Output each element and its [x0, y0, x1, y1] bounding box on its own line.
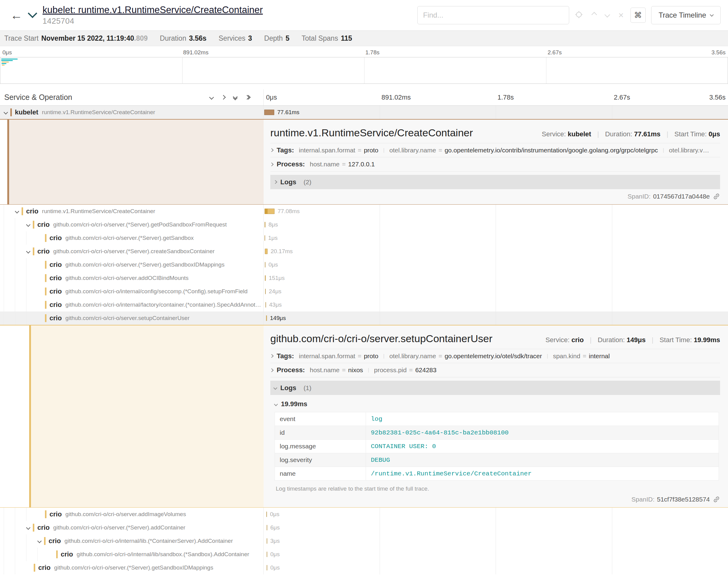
span-bar[interactable] — [265, 275, 266, 281]
span-row[interactable]: criogithub.com/cri-o/cri-o/server.(*Serv… — [0, 521, 728, 534]
span-row[interactable]: criogithub.com/cri-o/cri-o/server.addOCI… — [0, 271, 728, 285]
clear-search-icon[interactable]: × — [618, 11, 624, 20]
expand-all-icon[interactable] — [245, 96, 250, 99]
span-row[interactable]: criogithub.com/cri-o/cri-o/server.(*Serv… — [0, 245, 728, 258]
tags-summary-row[interactable]: Tags: internal.span.format=proto | otel.… — [270, 143, 720, 157]
span-service-name: crio — [38, 564, 51, 572]
focus-span-icon[interactable] — [575, 10, 583, 20]
tree-indent-guide — [26, 548, 37, 561]
expand-one-icon[interactable] — [222, 95, 225, 100]
span-row[interactable]: criogithub.com/cri-o/cri-o/server.(*Serv… — [0, 231, 728, 245]
span-detail-meta: Service: kubelet | Duration: 77.61ms | S… — [542, 130, 720, 138]
span-bar[interactable] — [265, 222, 265, 227]
collapse-all-icon[interactable] — [234, 95, 237, 100]
span-operation-name: github.com/cri-o/cri-o/server.addImageVo… — [65, 511, 186, 518]
trace-title-link[interactable]: kubelet: runtime.v1.RuntimeService/Creat… — [42, 5, 263, 15]
tree-indent-guide — [15, 534, 26, 548]
span-detail-panel-setupcontaineruser: github.com/cri-o/cri-o/server.setupConta… — [0, 325, 728, 508]
trace-collapse-chevron-icon[interactable] — [29, 10, 36, 18]
process-summary-row[interactable]: Process: host.name=127.0.0.1 — [270, 157, 720, 172]
span-bar[interactable] — [267, 565, 267, 570]
span-duration-label: 43μs — [269, 301, 282, 308]
prev-match-icon[interactable] — [592, 12, 596, 18]
find-input[interactable] — [417, 6, 569, 24]
span-row[interactable]: criogithub.com/cri-o/cri-o/internal/fact… — [0, 298, 728, 311]
tree-indent-guide — [4, 508, 15, 521]
log-field-key: log.severity — [275, 453, 366, 467]
span-row[interactable]: criogithub.com/cri-o/cri-o/server.(*Serv… — [0, 561, 728, 574]
expand-chevron-icon[interactable] — [27, 525, 30, 530]
log-field-value: CONTAINER USER: 0 — [366, 440, 719, 453]
minimap-span-bar — [2, 65, 5, 66]
tags-summary-row[interactable]: Tags: internal.span.format=proto | otel.… — [270, 349, 720, 363]
log-entry-header[interactable]: 19.99ms — [274, 398, 720, 410]
span-name-cell: criogithub.com/cri-o/cri-o/server.addOCI… — [0, 271, 264, 285]
tree-indent-guide — [15, 258, 26, 271]
span-row[interactable]: criogithub.com/cri-o/cri-o/server.setupC… — [0, 311, 728, 325]
process-summary-row[interactable]: Process: host.name=nixos | process.pid=6… — [270, 363, 720, 377]
logs-summary-row[interactable]: Logs (1) — [270, 381, 720, 395]
span-detail-meta: Service: crio | Duration: 149μs | Start … — [545, 336, 720, 344]
tree-indent-guide — [4, 218, 15, 231]
span-bar[interactable] — [267, 525, 267, 530]
span-duration-label: 20.17ms — [271, 248, 293, 255]
timeline-tick: 2.67s — [614, 94, 630, 101]
span-row[interactable]: criogithub.com/cri-o/cri-o/server.(*Serv… — [0, 258, 728, 271]
expand-chevron-icon[interactable] — [4, 110, 7, 115]
tree-indent-guide — [26, 298, 37, 311]
collapse-one-icon[interactable] — [210, 95, 213, 100]
minimap-ticks: 0μs 891.02ms 1.78s 2.67s 3.56s — [0, 48, 728, 57]
next-match-icon[interactable] — [605, 12, 609, 18]
span-row[interactable]: criogithub.com/cri-o/cri-o/internal/lib.… — [0, 534, 728, 548]
span-row[interactable]: criogithub.com/cri-o/cri-o/internal/conf… — [0, 285, 728, 298]
span-bar[interactable] — [266, 315, 267, 321]
span-bar[interactable] — [267, 538, 267, 544]
tree-indent-guide — [15, 298, 26, 311]
span-row[interactable]: kubeletruntime.v1.RuntimeService/CreateC… — [0, 106, 728, 119]
expand-chevron-icon[interactable] — [15, 209, 19, 214]
span-row[interactable]: criogithub.com/cri-o/cri-o/server.addIma… — [0, 508, 728, 521]
span-timeline-cell: 0μs — [264, 548, 728, 561]
tree-indent-guide — [15, 271, 26, 285]
expand-chevron-icon[interactable] — [27, 249, 30, 254]
span-service-name: crio — [49, 510, 62, 518]
duration-summary: Duration3.56s — [160, 34, 206, 42]
span-id-footer: SpanID: 0174567d17a0448e — [270, 193, 720, 200]
keyboard-shortcuts-button[interactable]: ⌘ — [630, 8, 646, 23]
back-button[interactable]: ← — [6, 8, 27, 22]
span-bar[interactable] — [266, 512, 267, 517]
chevron-down-icon — [26, 223, 30, 227]
span-bar[interactable] — [265, 235, 265, 241]
span-bar[interactable] — [265, 302, 266, 308]
span-row[interactable]: criogithub.com/cri-o/cri-o/internal/lib/… — [0, 548, 728, 561]
span-bar[interactable] — [265, 209, 274, 214]
span-bar[interactable] — [265, 262, 265, 267]
span-bar[interactable] — [267, 552, 267, 557]
span-bar[interactable] — [265, 249, 268, 254]
span-duration-label: 0μs — [270, 511, 279, 518]
tree-indent-guide — [4, 298, 15, 311]
collapse-down-icon — [273, 386, 277, 390]
span-timeline-cell: 3μs — [264, 534, 728, 548]
service-color-strip — [22, 207, 23, 215]
expand-chevron-icon[interactable] — [38, 538, 41, 544]
logs-summary-row[interactable]: Logs (2) — [270, 175, 720, 189]
tree-indent-guide — [4, 561, 15, 574]
trace-view-selector[interactable]: Trace Timeline — [651, 6, 721, 24]
span-bar[interactable] — [264, 110, 274, 115]
tree-indent-guide — [4, 205, 15, 218]
span-timeline-cell: 43μs — [264, 298, 728, 311]
expand-chevron-icon[interactable] — [27, 222, 30, 227]
timeline-minimap: 0μs 891.02ms 1.78s 2.67s 3.56s — [0, 46, 728, 84]
span-row[interactable]: criogithub.com/cri-o/cri-o/server.(*Serv… — [0, 218, 728, 231]
span-name-cell: criogithub.com/cri-o/cri-o/internal/lib/… — [0, 548, 264, 561]
log-field-row: eventlog — [275, 412, 719, 426]
span-timeline-cell: 77.61ms — [264, 106, 728, 119]
minimap-span-bar — [2, 62, 9, 63]
span-row[interactable]: crioruntime.v1.RuntimeService/CreateCont… — [0, 205, 728, 218]
deep-link-icon[interactable] — [713, 496, 720, 503]
span-bar[interactable] — [265, 289, 266, 294]
span-operation-name: github.com/cri-o/cri-o/server.(*Server).… — [53, 221, 227, 228]
deep-link-icon[interactable] — [713, 193, 720, 200]
minimap-canvas[interactable] — [0, 57, 728, 84]
